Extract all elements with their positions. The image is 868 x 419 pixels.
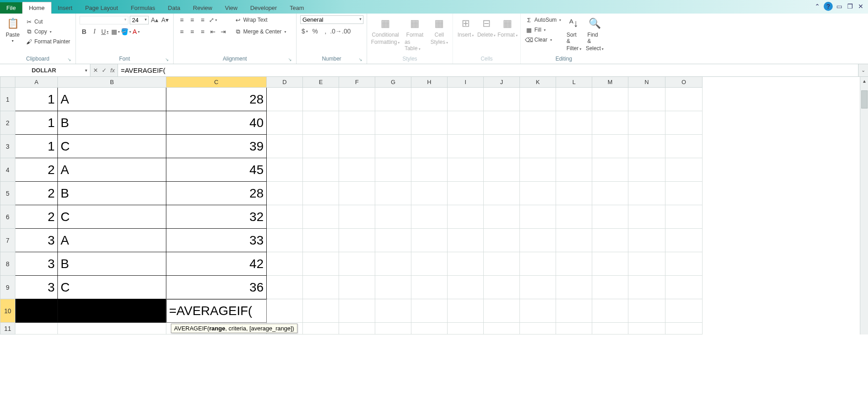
- cell-D10[interactable]: [267, 299, 303, 323]
- tab-review[interactable]: Review: [187, 2, 219, 14]
- bold-button[interactable]: B: [80, 27, 89, 36]
- cell-E3[interactable]: [303, 135, 339, 158]
- cell-B7[interactable]: A: [58, 229, 166, 252]
- row-header[interactable]: 2: [0, 111, 15, 135]
- cell-L11[interactable]: [556, 323, 592, 334]
- cell-c10-editing[interactable]: =AVERAGEIF(: [166, 299, 267, 323]
- align-bottom-icon[interactable]: ≡: [198, 15, 207, 24]
- cell-F2[interactable]: [339, 111, 375, 135]
- cell-J5[interactable]: [484, 182, 520, 205]
- col-header-K[interactable]: K: [520, 77, 556, 88]
- tab-formulas[interactable]: Formulas: [124, 2, 161, 14]
- cell-I10[interactable]: [448, 299, 484, 323]
- cell-N11[interactable]: [628, 323, 665, 334]
- cell-A1[interactable]: 1: [15, 88, 58, 111]
- cell-G9[interactable]: [375, 276, 411, 299]
- cell-G5[interactable]: [375, 182, 411, 205]
- cell-H4[interactable]: [411, 158, 448, 182]
- sort-filter-button[interactable]: ᴬ↓Sort &Filter: [565, 15, 583, 52]
- cell-H6[interactable]: [411, 205, 448, 229]
- cell-A9[interactable]: 3: [15, 276, 58, 299]
- cell-O4[interactable]: [665, 158, 703, 182]
- underline-button[interactable]: U: [100, 27, 109, 36]
- cell-L1[interactable]: [556, 88, 592, 111]
- cell-F1[interactable]: [339, 88, 375, 111]
- cell-O11[interactable]: [665, 323, 703, 334]
- cell-F11[interactable]: [339, 323, 375, 334]
- col-header-J[interactable]: J: [484, 77, 520, 88]
- align-center-icon[interactable]: ≡: [188, 27, 197, 36]
- italic-button[interactable]: I: [90, 27, 99, 36]
- tab-data[interactable]: Data: [161, 2, 186, 14]
- format-painter-button[interactable]: 🖌Format Painter: [24, 37, 71, 46]
- cell-F5[interactable]: [339, 182, 375, 205]
- col-header-N[interactable]: N: [628, 77, 665, 88]
- cell-G1[interactable]: [375, 88, 411, 111]
- cell-H7[interactable]: [411, 229, 448, 252]
- cell-K5[interactable]: [520, 182, 556, 205]
- format-as-table-button[interactable]: ▦Formatas Table: [403, 15, 427, 52]
- cell-B4[interactable]: A: [58, 158, 166, 182]
- col-header-I[interactable]: I: [448, 77, 484, 88]
- cell-K10[interactable]: [520, 299, 556, 323]
- cell-N9[interactable]: [628, 276, 665, 299]
- align-middle-icon[interactable]: ≡: [188, 15, 197, 24]
- cell-C9[interactable]: 36: [166, 276, 267, 299]
- tab-page-layout[interactable]: Page Layout: [79, 2, 124, 14]
- cell-C1[interactable]: 28: [166, 88, 267, 111]
- paste-button[interactable]: 📋 Paste ▾: [4, 15, 22, 44]
- cell-J9[interactable]: [484, 276, 520, 299]
- cell-E7[interactable]: [303, 229, 339, 252]
- col-header-B[interactable]: B: [58, 77, 166, 88]
- cell-B5[interactable]: B: [58, 182, 166, 205]
- cancel-formula-icon[interactable]: ✕: [93, 67, 98, 74]
- cell-C6[interactable]: 32: [166, 205, 267, 229]
- row-header[interactable]: 8: [0, 252, 15, 276]
- cell-N8[interactable]: [628, 252, 665, 276]
- grow-font-icon[interactable]: A▴: [150, 15, 159, 24]
- cell-H9[interactable]: [411, 276, 448, 299]
- launcher-icon[interactable]: ↘: [359, 57, 362, 62]
- merge-center-button[interactable]: ⧉Merge & Center: [233, 27, 287, 36]
- cell-B8[interactable]: B: [58, 252, 166, 276]
- align-right-icon[interactable]: ≡: [198, 27, 207, 36]
- cell-I3[interactable]: [448, 135, 484, 158]
- col-header-H[interactable]: H: [411, 77, 448, 88]
- cell-D3[interactable]: [267, 135, 303, 158]
- row-header[interactable]: 4: [0, 158, 15, 182]
- close-icon[interactable]: ✕: [856, 2, 865, 11]
- cell-D2[interactable]: [267, 111, 303, 135]
- tab-insert[interactable]: Insert: [52, 2, 79, 14]
- cell-E6[interactable]: [303, 205, 339, 229]
- cell-M3[interactable]: [592, 135, 628, 158]
- cell-C2[interactable]: 40: [166, 111, 267, 135]
- ribbon-min-icon[interactable]: ⌃: [813, 2, 822, 11]
- cell-E1[interactable]: [303, 88, 339, 111]
- cell-I8[interactable]: [448, 252, 484, 276]
- orientation-icon[interactable]: ⤢: [208, 15, 217, 24]
- cell-B3[interactable]: C: [58, 135, 166, 158]
- insert-cells-button[interactable]: ⊞Insert: [457, 15, 475, 39]
- cell-I1[interactable]: [448, 88, 484, 111]
- col-header-C[interactable]: C: [166, 77, 267, 88]
- cell-J8[interactable]: [484, 252, 520, 276]
- cell-K6[interactable]: [520, 205, 556, 229]
- cell-H1[interactable]: [411, 88, 448, 111]
- tab-view[interactable]: View: [218, 2, 244, 14]
- cell-F3[interactable]: [339, 135, 375, 158]
- cell-F6[interactable]: [339, 205, 375, 229]
- chevron-down-icon[interactable]: ▾: [85, 68, 87, 73]
- cell-C4[interactable]: 45: [166, 158, 267, 182]
- inc-decimal-icon[interactable]: .0→: [331, 27, 340, 36]
- cell-I4[interactable]: [448, 158, 484, 182]
- cell-D6[interactable]: [267, 205, 303, 229]
- cell-G2[interactable]: [375, 111, 411, 135]
- cell-D1[interactable]: [267, 88, 303, 111]
- cell-L7[interactable]: [556, 229, 592, 252]
- row-header[interactable]: 7: [0, 229, 15, 252]
- font-color-button[interactable]: A: [132, 27, 141, 36]
- cell-F4[interactable]: [339, 158, 375, 182]
- name-box[interactable]: DOLLAR ▾: [0, 64, 90, 76]
- cell-A7[interactable]: 3: [15, 229, 58, 252]
- cell-E4[interactable]: [303, 158, 339, 182]
